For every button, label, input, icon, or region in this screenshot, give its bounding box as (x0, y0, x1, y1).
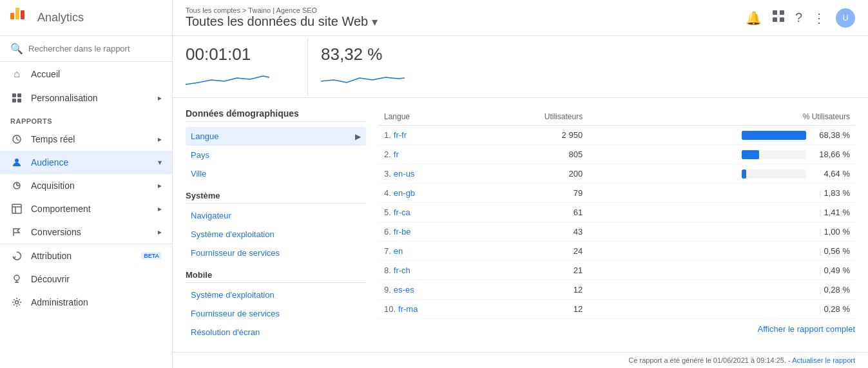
cell-langue[interactable]: 10.fr-ma (379, 300, 478, 319)
demo-item-systeme-exploitation[interactable]: Système d'exploitation (186, 225, 366, 244)
demographics-panel: Données démographiques Langue ▶ Pays Vil… (186, 108, 366, 342)
breadcrumb-separator: > (242, 6, 248, 14)
sidebar-item-personnalisation[interactable]: Personnalisation ▸ (0, 86, 172, 110)
table-row: 6.fr-be43|1,00 % (379, 222, 855, 242)
cell-pct: |1,00 % (588, 222, 855, 242)
apps-icon[interactable] (772, 10, 785, 26)
table-row: 1.fr-fr2 950 68,38 % (379, 126, 855, 145)
search-input[interactable] (28, 44, 162, 53)
flag-icon (10, 227, 23, 237)
demo-item-resolution[interactable]: Résolution d'écran (186, 323, 366, 342)
bar-separator-icon: | (819, 227, 821, 237)
cell-utilisateurs: 24 (478, 242, 588, 261)
cell-langue[interactable]: 9.es-es (379, 280, 478, 300)
cell-pct: 4,64 % (588, 164, 855, 184)
cell-utilisateurs: 79 (478, 184, 588, 203)
app-name: Analytics (37, 11, 84, 24)
sidebar-item-label: Conversions (31, 227, 158, 237)
content-area: 00:01:01 83,32 % Données d (173, 36, 868, 352)
cell-langue[interactable]: 8.fr-ch (379, 261, 478, 280)
sidebar-item-administration[interactable]: Administration (0, 291, 172, 314)
bar-fill (742, 131, 806, 140)
duration-sparkline (186, 68, 294, 90)
sidebar-item-label: Temps réel (31, 134, 158, 144)
demo-item-mobile-fournisseur[interactable]: Fournisseur de services (186, 304, 366, 323)
demo-item-fournisseur[interactable]: Fournisseur de services (186, 244, 366, 262)
demo-item-mobile-systeme[interactable]: Système d'exploitation (186, 286, 366, 304)
svg-rect-22 (780, 17, 784, 22)
demo-item-pays[interactable]: Pays (186, 146, 366, 164)
bar-separator-icon: | (819, 266, 821, 275)
svg-rect-21 (773, 17, 777, 22)
svg-point-7 (15, 159, 19, 162)
svg-line-6 (17, 139, 19, 140)
demo-item-navigateur[interactable]: Navigateur (186, 206, 366, 225)
cell-langue[interactable]: 5.fr-ca (379, 203, 478, 222)
cell-langue[interactable]: 6.fr-be (379, 222, 478, 242)
search-bar[interactable]: 🔍 (0, 36, 172, 62)
more-icon[interactable]: ⋮ (813, 10, 825, 26)
bar-container (742, 150, 806, 159)
sidebar-item-audience[interactable]: Audience ▾ (0, 151, 172, 174)
table-row: 10.fr-ma12|0,28 % (379, 300, 855, 319)
col-langue: Langue (379, 108, 478, 126)
sidebar-item-label: Audience (31, 157, 158, 168)
demo-item-ville[interactable]: Ville (186, 164, 366, 183)
cell-utilisateurs: 805 (478, 145, 588, 164)
expand-icon: ▸ (158, 228, 162, 237)
pct-value: 1,41 % (824, 208, 850, 217)
bar-fill (742, 169, 746, 179)
breadcrumb: Tous les comptes > Twaino | Agence SEO (186, 6, 378, 14)
avatar[interactable]: U (836, 8, 855, 28)
topbar-right: 🔔 ? ⋮ U (746, 8, 855, 28)
sidebar-item-acquisition[interactable]: Acquisition ▸ (0, 174, 172, 197)
table-row: 9.es-es12|0,28 % (379, 280, 855, 300)
mobile-section-title: Mobile (186, 270, 366, 280)
sidebar-item-accueil[interactable]: ⌂ Accueil (0, 62, 172, 86)
sidebar-item-comportement[interactable]: Comportement ▸ (0, 197, 172, 220)
sidebar-item-conversions[interactable]: Conversions ▸ (0, 220, 172, 244)
cell-utilisateurs: 12 (478, 300, 588, 319)
cell-utilisateurs: 61 (478, 203, 588, 222)
metric-bounce: 83,32 % (321, 38, 443, 96)
sidebar-item-label: Personnalisation (31, 93, 158, 103)
sidebar-header: Analytics (0, 0, 172, 36)
topbar-left: Tous les comptes > Twaino | Agence SEO T… (186, 6, 378, 29)
sidebar-item-temps-reel[interactable]: Temps réel ▸ (0, 128, 172, 151)
show-full-report-link[interactable]: Afficher le rapport complet (758, 324, 856, 334)
footer-text: Ce rapport a été généré le 01/06/2021 à … (628, 356, 792, 364)
notifications-icon[interactable]: 🔔 (746, 10, 762, 26)
demo-item-langue[interactable]: Langue ▶ (186, 127, 366, 146)
bar-fill (742, 150, 759, 159)
metric-duration: 00:01:01 (186, 38, 308, 96)
cell-langue[interactable]: 3.en-us (379, 164, 478, 184)
sidebar-item-label: Découvrir (31, 274, 162, 284)
cell-langue[interactable]: 2.fr (379, 145, 478, 164)
help-icon[interactable]: ? (795, 10, 802, 25)
cell-langue[interactable]: 1.fr-fr (379, 126, 478, 145)
cell-langue[interactable]: 7.en (379, 242, 478, 261)
sidebar-item-label: Accueil (31, 69, 162, 79)
demo-item-label: Résolution d'écran (191, 327, 361, 337)
cell-pct: |1,83 % (588, 184, 855, 203)
pct-value: 18,66 % (811, 150, 850, 159)
expand-icon: ▸ (158, 135, 162, 144)
cell-utilisateurs: 2 950 (478, 126, 588, 145)
sidebar-item-attribution[interactable]: Attribution BETA (0, 244, 172, 267)
main-area: Tous les comptes > Twaino | Agence SEO T… (173, 0, 868, 368)
refresh-link[interactable]: Actualiser le rapport (792, 356, 855, 364)
pct-value: 1,00 % (824, 227, 850, 237)
cell-utilisateurs: 21 (478, 261, 588, 280)
bar-container (742, 169, 806, 179)
cell-pct: 68,38 % (588, 126, 855, 145)
page-title[interactable]: Toutes les données du site Web ▾ (186, 14, 378, 29)
pct-value: 68,38 % (811, 130, 850, 140)
demo-item-label: Navigateur (191, 211, 361, 220)
cell-langue[interactable]: 4.en-gb (379, 184, 478, 203)
sidebar-item-decouvrir[interactable]: Découvrir (0, 267, 172, 291)
sidebar-item-label: Acquisition (31, 180, 158, 191)
langue-table: Langue Utilisateurs % Utilisateurs 1.fr-… (379, 108, 855, 319)
expand-icon: ▸ (158, 93, 162, 102)
cell-pct: |0,49 % (588, 261, 855, 280)
cell-utilisateurs: 200 (478, 164, 588, 184)
